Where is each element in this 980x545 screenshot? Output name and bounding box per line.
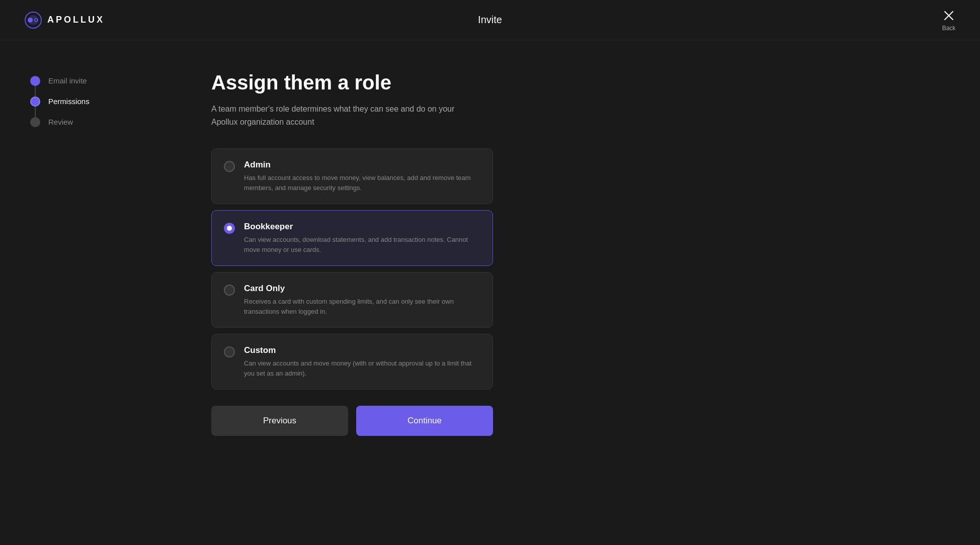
close-button[interactable]: Back (942, 9, 956, 32)
header-title: Invite (478, 14, 502, 26)
svg-point-2 (28, 18, 33, 23)
role-name-card-only: Card Only (244, 284, 480, 294)
page-title: Assign them a role (211, 70, 940, 95)
sidebar-item-review: Review (30, 112, 141, 132)
step-label-review: Review (48, 112, 73, 132)
step-label-email-invite: Email invite (48, 70, 87, 91)
footer-buttons: Previous Continue (211, 406, 493, 436)
radio-custom[interactable] (224, 346, 235, 357)
logo-text: APOLLUX (47, 15, 105, 25)
step-dot-review (30, 117, 40, 127)
radio-card-only[interactable] (224, 285, 235, 296)
role-info-bookkeeper: Bookkeeper Can view accounts, download s… (244, 222, 480, 254)
main-layout: Email invite Permissions Review Assign t… (0, 40, 980, 545)
logo: APOLLUX (24, 11, 105, 29)
continue-button[interactable]: Continue (356, 406, 493, 436)
role-card-admin[interactable]: Admin Has full account access to move mo… (211, 148, 493, 204)
role-name-custom: Custom (244, 345, 480, 355)
sidebar-item-email-invite: Email invite (30, 70, 141, 91)
role-info-custom: Custom Can view accounts and move money … (244, 345, 480, 378)
close-icon (942, 9, 956, 23)
sidebar: Email invite Permissions Review (0, 40, 171, 545)
step-label-permissions: Permissions (48, 91, 90, 112)
role-info-admin: Admin Has full account access to move mo… (244, 160, 480, 193)
role-desc-card-only: Receives a card with custom spending lim… (244, 297, 480, 316)
role-name-admin: Admin (244, 160, 480, 170)
role-desc-bookkeeper: Can view accounts, download statements, … (244, 235, 480, 254)
radio-inner-bookkeeper (227, 226, 232, 231)
radio-bookkeeper[interactable] (224, 223, 235, 234)
previous-button[interactable]: Previous (211, 406, 348, 436)
radio-admin[interactable] (224, 161, 235, 172)
role-card-card-only[interactable]: Card Only Receives a card with custom sp… (211, 272, 493, 328)
step-dot-email-invite (30, 76, 40, 86)
role-desc-admin: Has full account access to move money, v… (244, 173, 480, 193)
role-card-custom[interactable]: Custom Can view accounts and move money … (211, 334, 493, 390)
role-card-bookkeeper[interactable]: Bookkeeper Can view accounts, download s… (211, 210, 493, 266)
step-dot-permissions (30, 97, 40, 107)
close-label: Back (942, 25, 956, 32)
sidebar-item-permissions: Permissions (30, 91, 141, 112)
step-list: Email invite Permissions Review (30, 70, 141, 132)
content-area: Assign them a role A team member's role … (171, 40, 980, 545)
role-name-bookkeeper: Bookkeeper (244, 222, 480, 232)
roles-list: Admin Has full account access to move mo… (211, 148, 493, 390)
role-info-card-only: Card Only Receives a card with custom sp… (244, 284, 480, 316)
page-subtitle: A team member's role determines what the… (211, 103, 463, 128)
role-desc-custom: Can view accounts and move money (with o… (244, 358, 480, 378)
header: APOLLUX Invite Back (0, 0, 980, 40)
logo-icon (24, 11, 42, 29)
